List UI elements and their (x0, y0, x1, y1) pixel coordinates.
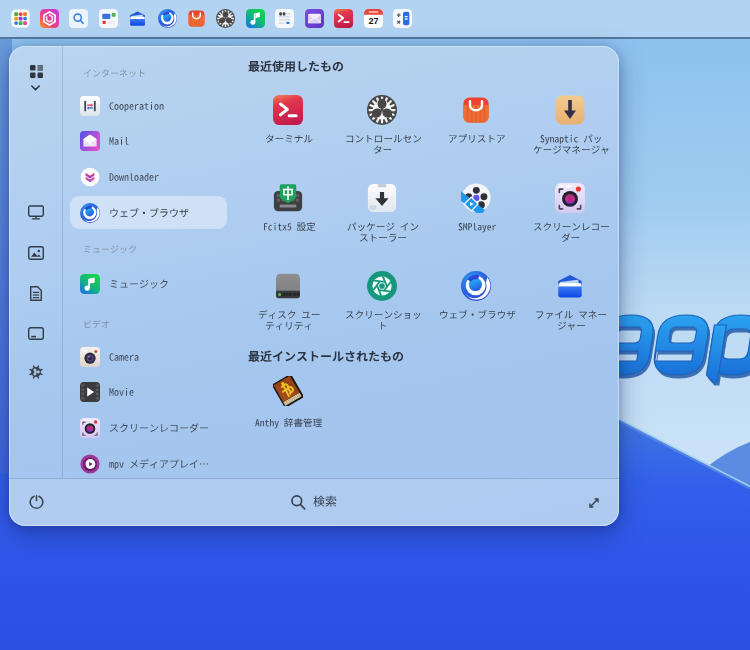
svg-text:27: 27 (368, 16, 378, 26)
